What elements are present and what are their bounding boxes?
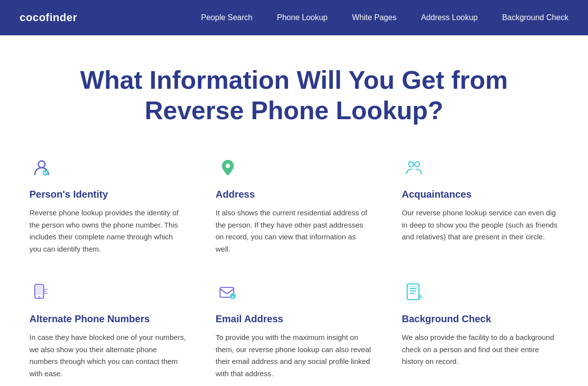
feature-title-phone-numbers: Alternate Phone Numbers: [29, 313, 186, 325]
feature-desc-address: It also shows the current residential ad…: [216, 207, 372, 256]
nav-link-white-pages[interactable]: White Pages: [352, 13, 396, 22]
svg-point-4: [415, 162, 419, 167]
feature-desc-identity: Reverse phone lookup provides the identi…: [29, 207, 186, 256]
feature-title-acquaintances: Acquaintances: [402, 189, 559, 200]
feature-card-identity: Person's IdentityReverse phone lookup pr…: [29, 155, 186, 256]
feature-title-identity: Person's Identity: [29, 189, 186, 200]
background-check-icon: [402, 280, 426, 305]
nav-link-address-lookup[interactable]: Address Lookup: [421, 13, 478, 22]
site-header: cocofinder People SearchPhone LookupWhit…: [0, 0, 588, 35]
page-title: What Information Will You Get from Rever…: [29, 65, 559, 126]
svg-point-2: [226, 163, 230, 168]
feature-desc-background: We also provide the facility to do a bac…: [402, 332, 559, 368]
acquaintances-icon: [402, 155, 426, 180]
nav-link-background-check[interactable]: Background Check: [502, 13, 568, 22]
svg-point-7: [39, 296, 40, 297]
main-nav: People SearchPhone LookupWhite PagesAddr…: [201, 13, 568, 22]
svg-rect-12: [418, 294, 422, 299]
site-logo[interactable]: cocofinder: [20, 11, 77, 24]
phone-numbers-icon: [29, 280, 54, 305]
feature-desc-email: To provide you with the maximum insight …: [216, 332, 372, 380]
email-icon: A: [216, 280, 240, 305]
nav-link-phone-lookup[interactable]: Phone Lookup: [277, 13, 327, 22]
feature-desc-acquaintances: Our reverse phone lookup service can eve…: [402, 207, 559, 243]
feature-card-acquaintances: AcquaintancesOur reverse phone lookup se…: [402, 155, 559, 256]
main-content: What Information Will You Get from Rever…: [10, 35, 578, 386]
feature-desc-phone-numbers: In case they have blocked one of your nu…: [29, 332, 186, 380]
feature-card-background: Background CheckWe also provide the faci…: [402, 280, 559, 380]
feature-card-address: AddressIt also shows the current residen…: [216, 155, 372, 256]
feature-title-background: Background Check: [402, 313, 559, 325]
address-icon: [216, 155, 240, 180]
feature-card-email: A Email AddressTo provide you with the m…: [216, 280, 372, 380]
svg-point-0: [38, 161, 45, 168]
feature-title-address: Address: [216, 189, 372, 200]
person-identity-icon: [29, 155, 54, 180]
features-grid: Person's IdentityReverse phone lookup pr…: [29, 155, 559, 380]
feature-title-email: Email Address: [216, 313, 372, 325]
svg-rect-6: [36, 285, 43, 295]
nav-link-people-search[interactable]: People Search: [201, 13, 252, 22]
feature-card-phone-numbers: Alternate Phone NumbersIn case they have…: [29, 280, 186, 380]
svg-text:A: A: [231, 295, 234, 299]
